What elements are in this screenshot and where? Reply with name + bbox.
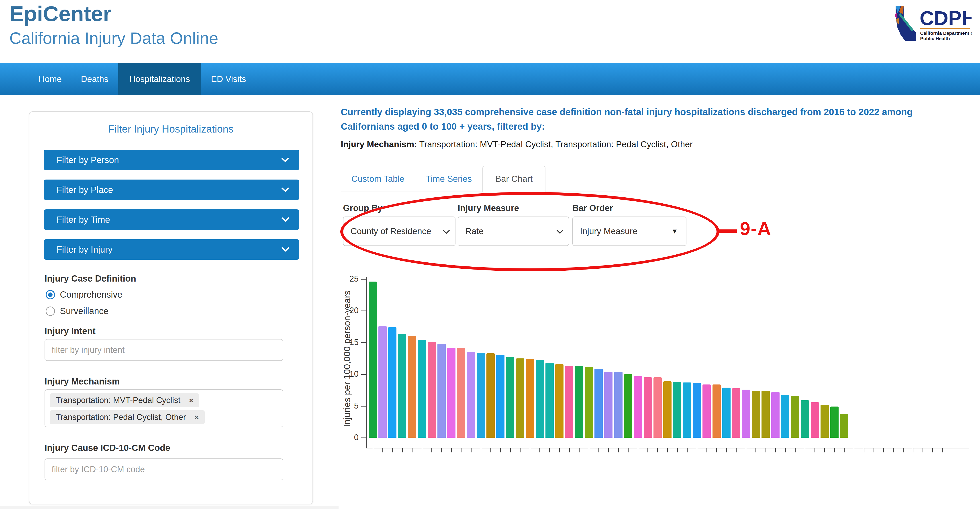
mechanism-tag: Transportation: Pedal Cyclist, Other × (50, 410, 205, 424)
bar-fresno (752, 391, 760, 438)
x-tick-mark (382, 449, 383, 452)
bar-ventura (565, 366, 573, 438)
x-tick-mark (628, 449, 628, 452)
chevron-down-icon (282, 188, 289, 192)
bar-san-mateo (614, 372, 622, 438)
bar-nevada (398, 334, 406, 438)
accordion-filter-by-person[interactable]: Filter by Person (44, 150, 299, 170)
x-tick-mark (579, 449, 579, 452)
applied-filter-label: Injury Mechanism: (341, 140, 417, 149)
applied-filter-value: Transportation: MVT-Pedal Cyclist, Trans… (417, 140, 693, 149)
bar-sonoma (447, 348, 455, 438)
accordion-label: Filter by Person (57, 155, 119, 165)
y-tick-label: 0 (334, 433, 359, 442)
bar-sutter (634, 376, 642, 438)
tab-custom-table[interactable]: Custom Table (341, 166, 415, 192)
accordion-filter-by-injury[interactable]: Filter by Injury (44, 239, 299, 260)
bar-yuba (654, 377, 662, 438)
cdph-underline (920, 28, 970, 29)
accordion-filter-by-time[interactable]: Filter by Time (44, 209, 299, 230)
bar-san-diego (496, 355, 504, 438)
x-tick-mark (412, 449, 412, 452)
x-tick-mark (431, 449, 432, 452)
x-tick-mark (736, 449, 737, 452)
bar-sacramento (477, 353, 485, 438)
bar-tuolumne (644, 377, 652, 438)
y-tick-label: 10 (334, 369, 359, 379)
x-tick-mark (569, 449, 570, 452)
y-tick-mark (361, 406, 366, 407)
annotation-connector-line (718, 229, 737, 233)
bar-solano (771, 392, 780, 438)
radio-unselected-icon[interactable] (46, 307, 55, 316)
bar-amador (713, 385, 721, 438)
x-tick-mark (883, 449, 884, 452)
bar-mendocino (575, 366, 583, 438)
nav-item-home[interactable]: Home (31, 63, 69, 95)
app-title: EpiCenter (10, 2, 111, 26)
cdph-logo[interactable]: CDPH California Department of Public Hea… (889, 5, 972, 41)
accordion-label: Filter by Injury (57, 245, 113, 254)
tag-label: Transportation: MVT-Pedal Cyclist (56, 396, 180, 405)
bar-marin (369, 282, 377, 438)
x-tick-mark (648, 449, 648, 452)
y-tick-mark (361, 374, 366, 375)
x-tick-mark (746, 449, 746, 452)
x-tick-mark (716, 449, 717, 452)
x-tick-mark (677, 449, 678, 452)
x-tick-mark (697, 449, 697, 452)
x-tick-mark (608, 449, 609, 452)
nav-item-hospitalizations[interactable]: Hospitalizations (118, 63, 201, 95)
nav-item-deaths[interactable]: Deaths (73, 63, 116, 95)
injury-intent-input[interactable] (45, 339, 283, 361)
remove-tag-icon[interactable]: × (189, 396, 193, 405)
bar-imperial (821, 405, 829, 438)
x-tick-mark (510, 449, 511, 452)
x-tick-mark (834, 449, 835, 452)
y-tick-mark (361, 310, 366, 311)
x-tick-mark (775, 449, 776, 452)
bar-monterey (673, 382, 681, 438)
bar-el-dorado (487, 353, 495, 438)
bar-del-norte (663, 381, 671, 438)
applied-filter-line: Injury Mechanism: Transportation: MVT-Pe… (341, 140, 693, 149)
bar-madera (830, 407, 838, 438)
bar-contra-costa (555, 364, 563, 438)
icd-code-input[interactable] (45, 458, 283, 480)
accordion-label: Filter by Time (57, 215, 110, 224)
y-tick-mark (361, 437, 366, 438)
x-tick-mark (824, 449, 825, 452)
y-tick-label: 5 (334, 401, 359, 410)
tab-time-series[interactable]: Time Series (415, 166, 483, 192)
x-tick-mark (864, 449, 864, 452)
y-tick-mark (361, 279, 366, 280)
bar-stanislaus (703, 385, 711, 438)
bar-santa-clara (604, 372, 612, 438)
nav-item-ed-visits[interactable]: ED Visits (204, 63, 253, 95)
injury-mechanism-box[interactable]: Transportation: MVT-Pedal Cyclist × Tran… (45, 390, 283, 427)
cdph-org-line1: California Department of (920, 30, 972, 36)
x-tick-mark (785, 449, 786, 452)
accordion-filter-by-place[interactable]: Filter by Place (44, 180, 299, 200)
x-tick-mark (549, 449, 550, 452)
x-tick-mark (461, 449, 461, 452)
cdph-logo-graphic: CDPH California Department of Public Hea… (889, 5, 972, 41)
tab-bar-chart[interactable]: Bar Chart (482, 166, 546, 192)
x-tick-mark (539, 449, 540, 452)
remove-tag-icon[interactable]: × (194, 413, 199, 422)
tag-label: Transportation: Pedal Cyclist, Other (56, 412, 186, 422)
injury-mechanism-label: Injury Mechanism (45, 377, 120, 387)
x-tick-mark (903, 449, 904, 452)
radio-selected-icon[interactable] (46, 290, 55, 299)
x-tick-mark (815, 449, 815, 452)
bar-riverside (683, 382, 691, 438)
chevron-down-icon (282, 247, 289, 252)
bar-mono (506, 357, 514, 438)
y-tick-mark (361, 342, 366, 343)
x-tick-mark (756, 449, 756, 452)
page-background-strip (0, 506, 339, 509)
x-tick-mark (618, 449, 619, 452)
bar-santa-cruz (379, 326, 387, 438)
bar-los-angeles (624, 374, 632, 438)
y-tick-label: 20 (334, 306, 359, 315)
